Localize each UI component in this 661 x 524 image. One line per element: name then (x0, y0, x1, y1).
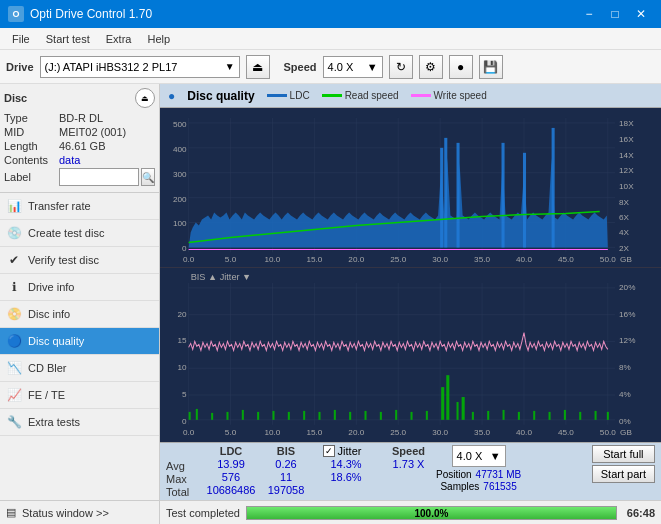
minimize-button[interactable]: − (577, 4, 601, 24)
legend-ldc-color (267, 94, 287, 97)
svg-rect-106 (395, 410, 397, 420)
svg-text:GB: GB (620, 255, 632, 264)
sidebar-item-transfer-rate[interactable]: 📊 Transfer rate (0, 193, 159, 220)
legend-read-speed-label: Read speed (345, 90, 399, 101)
stats-main: Avg Max Total LDC 13.99 576 10686486 BIS (166, 445, 584, 498)
stats-speed-dropdown[interactable]: 4.0 X ▼ (452, 445, 506, 467)
speed-value: 4.0 X (328, 61, 354, 73)
sidebar-item-cd-bler[interactable]: 📉 CD Bler (0, 355, 159, 382)
sidebar-item-label: Drive info (28, 281, 74, 293)
svg-text:50.0: 50.0 (600, 428, 616, 437)
sidebar-item-label: Transfer rate (28, 200, 91, 212)
disc-title: Disc (4, 92, 27, 104)
svg-text:5: 5 (182, 390, 187, 399)
svg-text:14X: 14X (619, 151, 634, 160)
svg-text:12X: 12X (619, 166, 634, 175)
disc-quality-icon: 🔵 (6, 333, 22, 349)
disc-label-label: Label (4, 171, 59, 183)
disc-label-input[interactable] (59, 168, 139, 186)
ldc-header: LDC (216, 445, 247, 457)
stats-full-row: Avg Max Total LDC 13.99 576 10686486 BIS (166, 445, 655, 498)
svg-text:100: 100 (173, 220, 187, 229)
maximize-button[interactable]: □ (603, 4, 627, 24)
svg-rect-121 (595, 411, 597, 420)
sidebar-item-verify-test-disc[interactable]: ✔ Verify test disc (0, 247, 159, 274)
avg-bis: 0.26 (275, 458, 296, 470)
svg-text:45.0: 45.0 (558, 255, 574, 264)
svg-rect-107 (411, 412, 413, 420)
sidebar-item-disc-quality[interactable]: 🔵 Disc quality (0, 328, 159, 355)
svg-rect-114 (487, 411, 489, 420)
svg-text:10.0: 10.0 (265, 428, 281, 437)
disc-section: Disc ⏏ Type BD-R DL MID MEIT02 (001) Len… (0, 84, 159, 193)
avg-speed: 1.73 X (393, 458, 425, 470)
close-button[interactable]: ✕ (629, 4, 653, 24)
legend-write-speed-color (411, 94, 431, 97)
total-label: Total (166, 486, 201, 498)
start-full-button[interactable]: Start full (592, 445, 655, 463)
svg-text:4%: 4% (619, 390, 631, 399)
create-test-disc-icon: 💿 (6, 225, 22, 241)
record-button[interactable]: ● (449, 55, 473, 79)
svg-text:400: 400 (173, 145, 187, 154)
svg-rect-104 (364, 411, 366, 420)
fe-te-icon: 📈 (6, 387, 22, 403)
svg-text:0.0: 0.0 (183, 428, 195, 437)
refresh-button[interactable]: ↻ (389, 55, 413, 79)
svg-rect-119 (564, 410, 566, 420)
disc-label-search-button[interactable]: 🔍 (141, 168, 155, 186)
eject-button[interactable]: ⏏ (246, 55, 270, 79)
svg-text:300: 300 (173, 170, 187, 179)
save-button[interactable]: 💾 (479, 55, 503, 79)
stats-bar: Avg Max Total LDC 13.99 576 10686486 BIS (160, 442, 661, 500)
top-chart: 0 100 200 300 400 500 2X 4X 6X 8X 10X 12… (160, 108, 661, 268)
disc-length-value: 46.61 GB (59, 140, 105, 152)
svg-text:10X: 10X (619, 182, 634, 191)
app-title: Opti Drive Control 1.70 (30, 7, 152, 21)
svg-rect-118 (549, 412, 551, 420)
menu-start-test[interactable]: Start test (38, 31, 98, 47)
jitter-checkbox[interactable]: ✓ (323, 445, 335, 457)
status-window-button[interactable]: ▤ Status window >> (0, 500, 159, 524)
progress-bar-container: 100.0% (246, 506, 617, 520)
total-samples: 761535 (483, 481, 516, 492)
menu-extra[interactable]: Extra (98, 31, 140, 47)
sidebar-item-extra-tests[interactable]: 🔧 Extra tests (0, 409, 159, 436)
status-window-label: Status window >> (22, 507, 109, 519)
sidebar-item-disc-info[interactable]: 📀 Disc info (0, 301, 159, 328)
svg-text:5.0: 5.0 (225, 428, 237, 437)
svg-rect-97 (257, 412, 259, 420)
content-area: ● Disc quality LDC Read speed Write spee… (160, 84, 661, 524)
sidebar-item-drive-info[interactable]: ℹ Drive info (0, 274, 159, 301)
max-position: 47731 MB (476, 469, 522, 480)
sidebar-item-create-test-disc[interactable]: 💿 Create test disc (0, 220, 159, 247)
top-chart-svg: 0 100 200 300 400 500 2X 4X 6X 8X 10X 12… (160, 108, 661, 267)
disc-eject-icon[interactable]: ⏏ (135, 88, 155, 108)
legend-read-speed: Read speed (322, 90, 399, 101)
svg-rect-45 (440, 148, 443, 248)
menu-help[interactable]: Help (139, 31, 178, 47)
avg-ldc: 13.99 (217, 458, 245, 470)
disc-contents-value: data (59, 154, 80, 166)
speed-arrow-icon: ▼ (367, 61, 378, 73)
cd-bler-icon: 📉 (6, 360, 22, 376)
status-text: Test completed (166, 507, 240, 519)
svg-text:16%: 16% (619, 310, 635, 319)
start-part-button[interactable]: Start part (592, 465, 655, 483)
svg-text:200: 200 (173, 195, 187, 204)
disc-quality-header: ● Disc quality LDC Read speed Write spee… (160, 84, 661, 108)
svg-rect-103 (349, 412, 351, 420)
svg-rect-116 (518, 412, 520, 420)
legend-write-speed-label: Write speed (434, 90, 487, 101)
menu-file[interactable]: File (4, 31, 38, 47)
drive-dropdown[interactable]: (J:) ATAPI iHBS312 2 PL17 ▼ (40, 56, 240, 78)
bis-header: BIS (273, 445, 299, 457)
svg-text:8%: 8% (619, 364, 631, 373)
sidebar-item-fe-te[interactable]: 📈 FE / TE (0, 382, 159, 409)
svg-rect-117 (533, 411, 535, 420)
svg-text:10: 10 (177, 364, 187, 373)
svg-rect-46 (444, 138, 447, 248)
speed-dropdown[interactable]: 4.0 X ▼ (323, 56, 383, 78)
settings-button[interactable]: ⚙ (419, 55, 443, 79)
svg-rect-49 (523, 153, 526, 248)
